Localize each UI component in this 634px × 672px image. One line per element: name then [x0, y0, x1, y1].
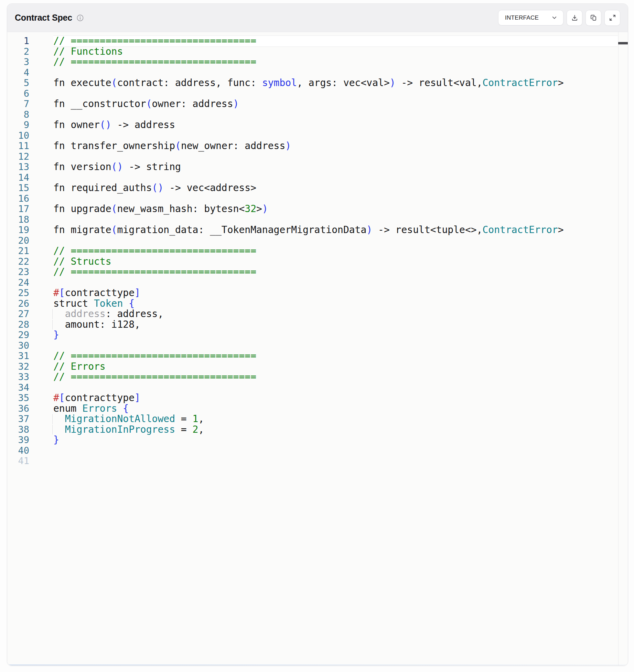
- code-line[interactable]: 11fn transfer_ownership(new_owner: addre…: [7, 141, 628, 151]
- line-number: 9: [7, 120, 29, 130]
- line-number: 36: [7, 403, 29, 414]
- code-line[interactable]: 21// ================================: [7, 246, 628, 256]
- line-number: 40: [7, 445, 29, 456]
- line-number: 29: [7, 330, 29, 340]
- copy-icon: [590, 14, 597, 21]
- code-line[interactable]: 8: [7, 109, 628, 120]
- code-editor[interactable]: 1// ================================2// …: [7, 32, 628, 665]
- code-text: // Structs: [53, 256, 618, 267]
- code-text: MigrationInProgress = 2,: [53, 424, 618, 435]
- panel-header: Contract Spec INTERFACE: [7, 4, 628, 32]
- code-line[interactable]: 14: [7, 172, 628, 183]
- code-text: // ================================: [53, 267, 618, 277]
- code-line[interactable]: 38 MigrationInProgress = 2,: [7, 424, 628, 435]
- code-line[interactable]: 26struct Token {: [7, 298, 628, 309]
- code-line[interactable]: 32// Errors: [7, 361, 628, 372]
- code-line[interactable]: 30: [7, 340, 628, 351]
- code-line[interactable]: 29}: [7, 330, 628, 340]
- code-text: // ================================: [53, 36, 618, 46]
- dropdown-selected-value: INTERFACE: [505, 14, 539, 21]
- code-line[interactable]: 19fn migrate(migration_data: __TokenMana…: [7, 225, 628, 235]
- code-line[interactable]: 35#[contracttype]: [7, 393, 628, 403]
- code-text: [53, 193, 618, 204]
- spec-view-dropdown[interactable]: INTERFACE: [498, 10, 563, 25]
- code-text: fn execute(contract: address, func: symb…: [53, 78, 618, 88]
- code-line[interactable]: 3// ================================: [7, 57, 628, 67]
- code-text: [53, 456, 618, 466]
- line-number: 6: [7, 88, 29, 99]
- code-text: [53, 88, 618, 99]
- code-text: [53, 340, 618, 351]
- code-line[interactable]: 34: [7, 382, 628, 393]
- line-number: 31: [7, 351, 29, 361]
- line-number: 38: [7, 424, 29, 435]
- line-number: 37: [7, 414, 29, 424]
- code-line[interactable]: 5fn execute(contract: address, func: sym…: [7, 78, 628, 88]
- code-line[interactable]: 27 address: address,: [7, 309, 628, 319]
- code-line[interactable]: 6: [7, 88, 628, 99]
- code-line[interactable]: 12: [7, 151, 628, 162]
- code-text: // ================================: [53, 246, 618, 256]
- code-line[interactable]: 41: [7, 456, 628, 466]
- indent-guide: [52, 414, 53, 424]
- code-line[interactable]: 4: [7, 67, 628, 78]
- code-line[interactable]: 31// ================================: [7, 351, 628, 361]
- panel-title: Contract Spec: [15, 13, 72, 23]
- line-number: 18: [7, 214, 29, 225]
- code-line[interactable]: 18: [7, 214, 628, 225]
- line-number: 11: [7, 141, 29, 151]
- code-line[interactable]: 17fn upgrade(new_wasm_hash: bytesn<32>): [7, 204, 628, 214]
- line-number: 26: [7, 298, 29, 309]
- line-number: 13: [7, 162, 29, 172]
- line-number: 12: [7, 151, 29, 162]
- info-icon[interactable]: [76, 14, 84, 22]
- code-line[interactable]: 36enum Errors {: [7, 403, 628, 414]
- code-line[interactable]: 37 MigrationNotAllowed = 1,: [7, 414, 628, 424]
- code-line[interactable]: 13fn version() -> string: [7, 162, 628, 172]
- code-line[interactable]: 7fn __constructor(owner: address): [7, 99, 628, 109]
- indent-guide: [52, 320, 53, 330]
- line-number: 14: [7, 172, 29, 183]
- code-text: fn owner() -> address: [53, 120, 618, 130]
- scrollbar-thumb[interactable]: [618, 42, 628, 44]
- code-text: address: address,: [53, 309, 618, 319]
- code-line[interactable]: 2// Functions: [7, 46, 628, 57]
- code-line[interactable]: 20: [7, 235, 628, 246]
- line-number: 15: [7, 183, 29, 193]
- line-number: 39: [7, 435, 29, 445]
- line-number: 16: [7, 193, 29, 204]
- code-text: // Errors: [53, 361, 618, 372]
- line-number: 25: [7, 288, 29, 298]
- fullscreen-button[interactable]: [604, 10, 620, 26]
- code-text: [53, 382, 618, 393]
- code-lines: 1// ================================2// …: [7, 36, 628, 466]
- line-number: 24: [7, 277, 29, 288]
- code-line[interactable]: 1// ================================: [7, 36, 628, 46]
- line-number: 1: [7, 36, 29, 46]
- download-button[interactable]: [567, 10, 582, 26]
- code-line[interactable]: 25#[contracttype]: [7, 288, 628, 298]
- code-text: fn upgrade(new_wasm_hash: bytesn<32>): [53, 204, 618, 214]
- line-number: 23: [7, 267, 29, 277]
- line-number: 5: [7, 78, 29, 88]
- code-text: fn transfer_ownership(new_owner: address…: [53, 141, 618, 151]
- code-text: [53, 67, 618, 78]
- code-line[interactable]: 33// ================================: [7, 372, 628, 382]
- code-line[interactable]: 22// Structs: [7, 256, 628, 267]
- line-number: 21: [7, 246, 29, 256]
- code-text: #[contracttype]: [53, 288, 618, 298]
- copy-button[interactable]: [585, 10, 601, 26]
- code-line[interactable]: 39}: [7, 435, 628, 445]
- code-line[interactable]: 28 amount: i128,: [7, 319, 628, 330]
- code-text: fn version() -> string: [53, 162, 618, 172]
- code-line[interactable]: 24: [7, 277, 628, 288]
- line-number: 19: [7, 225, 29, 235]
- code-line[interactable]: 40: [7, 445, 628, 456]
- code-line[interactable]: 15fn required_auths() -> vec<address>: [7, 183, 628, 193]
- code-line[interactable]: 23// ================================: [7, 267, 628, 277]
- code-line[interactable]: 9fn owner() -> address: [7, 120, 628, 130]
- code-line[interactable]: 10: [7, 130, 628, 141]
- line-number: 28: [7, 319, 29, 330]
- code-line[interactable]: 16: [7, 193, 628, 204]
- code-text: fn migrate(migration_data: __TokenManage…: [53, 225, 618, 235]
